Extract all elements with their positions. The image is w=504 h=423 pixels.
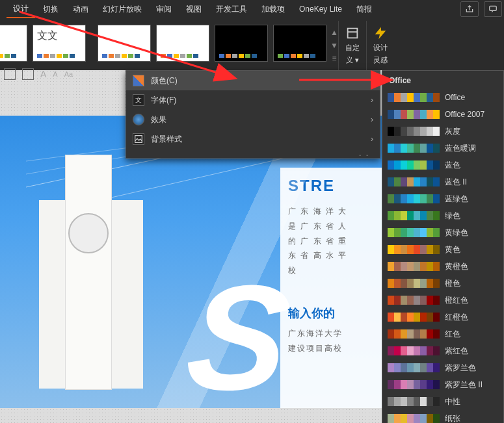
color-theme-label: 红橙色	[445, 312, 468, 323]
color-swatches	[388, 279, 440, 288]
color-theme-row[interactable]: 红橙色	[382, 309, 503, 326]
color-swatches	[388, 211, 440, 220]
font-decrease-icon[interactable]: A	[53, 70, 57, 78]
color-theme-label: 紫罗兰色 II	[445, 379, 483, 391]
dropdown-effects-label: 效果	[151, 114, 166, 125]
color-theme-row[interactable]: 蓝色 II	[382, 173, 503, 190]
color-theme-row[interactable]: 灰度	[382, 123, 503, 140]
variant-scroll-down[interactable]: ▼	[330, 41, 338, 50]
color-theme-label: 黄色	[445, 244, 460, 255]
share-icon[interactable]	[460, 1, 479, 17]
background-icon	[133, 133, 144, 145]
color-swatches	[388, 346, 440, 355]
slide-title[interactable]: STRE	[288, 177, 390, 195]
tab-view[interactable]: 视图	[179, 1, 208, 18]
font-style-icon[interactable]: Aa	[64, 70, 73, 78]
color-swatches	[388, 110, 440, 119]
color-theme-row[interactable]: 纸张	[382, 410, 503, 423]
variant-dropdown: 颜色(C) › 文 字体(F) › 效果 › 背景样式 › . .	[126, 70, 380, 159]
slide-clock-image	[68, 213, 109, 253]
flyout-rows: OfficeOffice 2007灰度蓝色暖调蓝色蓝色 II蓝绿色绿色黄绿色黄色…	[382, 89, 503, 423]
color-swatches	[388, 144, 440, 153]
slide-desc1[interactable]: 广 东 海 洋 大 是 广 东 省 人 的 广 东 省 重 东 省 高 水 平 …	[288, 204, 390, 278]
tab-slideshow[interactable]: 幻灯片放映	[96, 1, 148, 18]
color-theme-label: 蓝色	[445, 160, 460, 171]
color-theme-row[interactable]: 橙色	[382, 275, 503, 292]
color-theme-row[interactable]: 蓝绿色	[382, 190, 503, 207]
color-swatches	[388, 313, 440, 322]
slide-tower-image	[65, 155, 112, 390]
color-theme-label: 蓝色 II	[445, 177, 467, 188]
color-theme-label: 黄绿色	[445, 227, 468, 238]
color-theme-row[interactable]: 绿色	[382, 207, 503, 224]
design-ideas-label: 设计	[373, 43, 388, 53]
variant-thumb-3[interactable]	[215, 25, 268, 62]
comment-icon[interactable]	[484, 1, 502, 17]
textbox-icon[interactable]	[4, 68, 16, 80]
color-theme-row[interactable]: 蓝色暖调	[382, 140, 503, 157]
slide-desc2[interactable]: 广东海洋大学 建设项目高校	[288, 326, 390, 356]
color-swatches	[388, 160, 440, 170]
dropdown-background-label: 背景样式	[151, 134, 182, 145]
tab-report[interactable]: 简报	[350, 1, 378, 18]
slide-building-image	[39, 200, 143, 389]
color-theme-row[interactable]: 紫罗兰色 II	[382, 376, 503, 393]
color-theme-label: 紫罗兰色	[445, 363, 476, 374]
slide-title2[interactable]: 输入你的	[288, 305, 390, 321]
color-theme-row[interactable]: 中性	[382, 393, 503, 410]
shape-icon[interactable]	[22, 68, 34, 80]
color-theme-label: 中性	[445, 396, 460, 407]
dropdown-more[interactable]: . .	[126, 149, 380, 158]
tab-animation[interactable]: 动画	[66, 1, 95, 18]
variant-scroll-up[interactable]: ▲	[330, 28, 338, 37]
color-theme-label: 黄橙色	[445, 261, 468, 272]
tab-design[interactable]: 设计	[7, 1, 35, 18]
font-increase-icon[interactable]: A	[40, 69, 46, 79]
color-theme-label: 紫红色	[445, 346, 468, 357]
color-theme-label: Office 2007	[445, 110, 484, 119]
color-theme-row[interactable]: 黄绿色	[382, 224, 503, 241]
variant-more[interactable]: ≡	[332, 54, 336, 63]
dropdown-colors-label: 颜色(C)	[151, 75, 178, 86]
customize-group[interactable]: 自定 义 ▾	[338, 21, 366, 70]
color-theme-row[interactable]: Office	[382, 89, 503, 106]
color-swatches	[388, 380, 440, 389]
color-swatches	[388, 329, 440, 339]
color-swatches	[388, 414, 440, 423]
dropdown-fonts[interactable]: 文 字体(F) ›	[126, 90, 380, 110]
dropdown-background[interactable]: 背景样式 ›	[126, 129, 380, 149]
color-theme-row[interactable]: 橙红色	[382, 292, 503, 309]
color-theme-row[interactable]: 蓝色	[382, 157, 503, 173]
color-theme-row[interactable]: 紫罗兰色	[382, 359, 503, 376]
color-theme-row[interactable]: 红色	[382, 326, 503, 342]
color-theme-row[interactable]: 黄橙色	[382, 258, 503, 275]
variant-thumb-4[interactable]	[273, 25, 326, 62]
variant-thumb-1[interactable]	[98, 25, 151, 62]
dropdown-colors[interactable]: 颜色(C) ›	[126, 71, 380, 90]
variant-thumb-2[interactable]	[156, 25, 209, 62]
theme-thumb-2[interactable]: 文文	[33, 25, 86, 62]
color-theme-row[interactable]: Office 2007	[382, 106, 503, 123]
color-swatches	[388, 363, 440, 372]
svg-line-6	[72, 155, 299, 207]
theme-thumb-1[interactable]: 文文	[0, 25, 27, 62]
customize-label: 自定	[345, 43, 360, 53]
tab-review[interactable]: 审阅	[150, 1, 178, 18]
svg-rect-1	[348, 29, 358, 38]
ribbon-tabs: 设计 切换 动画 幻灯片放映 审阅 视图 开发工具 加载项 OneKey Lit…	[0, 0, 504, 18]
tab-onekey[interactable]: OneKey Lite	[293, 2, 349, 16]
design-ideas-group[interactable]: 设计 灵感	[366, 21, 394, 70]
page-setup-icon	[345, 26, 360, 40]
color-theme-row[interactable]: 紫红色	[382, 342, 503, 359]
color-theme-row[interactable]: 黄色	[382, 241, 503, 258]
tab-transition[interactable]: 切换	[36, 1, 65, 18]
color-theme-label: Office	[445, 93, 465, 102]
color-theme-label: 蓝绿色	[445, 194, 468, 205]
color-swatches	[388, 93, 440, 102]
dropdown-effects[interactable]: 效果 ›	[126, 110, 380, 129]
color-theme-label: 纸张	[445, 413, 460, 424]
tab-addins[interactable]: 加载项	[255, 1, 291, 18]
slide-canvas[interactable]: S STRE 广 东 海 洋 大 是 广 东 省 人 的 广 东 省 重 东 省…	[0, 116, 397, 408]
color-swatches	[388, 194, 440, 203]
tab-developer[interactable]: 开发工具	[209, 1, 254, 18]
